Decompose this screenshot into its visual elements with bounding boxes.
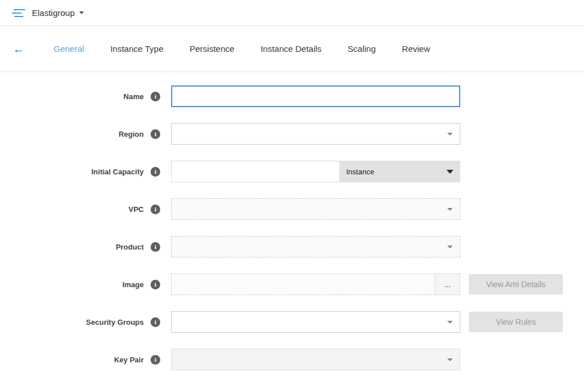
security-groups-select[interactable] <box>171 311 460 333</box>
key-pair-select[interactable] <box>171 349 460 370</box>
vpc-select <box>171 198 460 220</box>
capacity-unit-value: Instance <box>346 168 374 176</box>
form-row-product: Product i <box>0 236 584 258</box>
initial-capacity-label: Initial Capacity <box>91 168 144 176</box>
image-label: Image <box>122 280 144 289</box>
app-switcher-caret-icon[interactable] <box>79 11 84 14</box>
form-row-vpc: VPC i <box>0 198 584 220</box>
info-icon[interactable]: i <box>151 92 160 101</box>
vpc-label: VPC <box>128 205 144 214</box>
tab-general[interactable]: General <box>54 44 84 54</box>
region-label: Region <box>119 130 144 138</box>
chevron-down-icon <box>447 358 453 361</box>
form-row-security-groups: Security Groups i View Rules <box>0 311 584 333</box>
product-select <box>171 236 460 258</box>
image-browse-button[interactable]: ... <box>435 274 460 295</box>
name-label: Name <box>124 92 144 101</box>
key-pair-label: Key Pair <box>114 356 144 364</box>
chevron-down-icon <box>447 208 453 211</box>
image-input-group: ... <box>171 273 460 295</box>
back-arrow-icon[interactable]: ← <box>13 43 25 55</box>
info-icon[interactable]: i <box>151 355 160 365</box>
chevron-down-icon <box>447 133 453 136</box>
elastigroup-logo-icon <box>11 7 26 19</box>
tab-persistence[interactable]: Persistence <box>190 44 234 54</box>
form-row-initial-capacity: Initial Capacity i Instance <box>0 161 584 182</box>
tab-instance-type[interactable]: Instance Type <box>110 44 163 54</box>
top-bar: Elastigroup <box>0 0 584 26</box>
view-rules-button[interactable]: View Rules <box>469 312 563 332</box>
general-settings-form: Name i Region i Initial Capacity i Inst <box>0 72 584 370</box>
region-select[interactable] <box>171 123 460 145</box>
tab-review[interactable]: Review <box>402 44 430 54</box>
tab-instance-details[interactable]: Instance Details <box>261 44 322 54</box>
chevron-down-icon <box>447 246 453 248</box>
wizard-tab-bar: ← General Instance Type Persistence Inst… <box>0 26 584 72</box>
info-icon[interactable]: i <box>151 280 160 289</box>
product-label: Product <box>116 243 144 251</box>
chevron-down-icon <box>447 170 453 174</box>
form-row-name: Name i <box>0 85 584 107</box>
initial-capacity-input[interactable] <box>171 161 339 182</box>
capacity-unit-select[interactable]: Instance <box>339 161 460 182</box>
form-row-region: Region i <box>0 123 584 145</box>
wizard-tabs: General Instance Type Persistence Instan… <box>54 44 430 54</box>
form-row-image: Image i ... View Ami Details <box>0 273 584 295</box>
name-input[interactable] <box>171 85 460 107</box>
info-icon[interactable]: i <box>151 129 160 139</box>
info-icon[interactable]: i <box>151 167 160 177</box>
security-groups-label: Security Groups <box>86 318 144 326</box>
info-icon[interactable]: i <box>151 317 160 327</box>
form-row-key-pair: Key Pair i <box>0 349 584 370</box>
chevron-down-icon <box>447 321 453 324</box>
info-icon[interactable]: i <box>151 205 160 214</box>
tab-scaling[interactable]: Scaling <box>348 44 376 54</box>
app-title: Elastigroup <box>32 8 75 18</box>
view-ami-details-button[interactable]: View Ami Details <box>469 274 563 295</box>
image-input[interactable] <box>172 274 435 295</box>
info-icon[interactable]: i <box>151 242 160 252</box>
